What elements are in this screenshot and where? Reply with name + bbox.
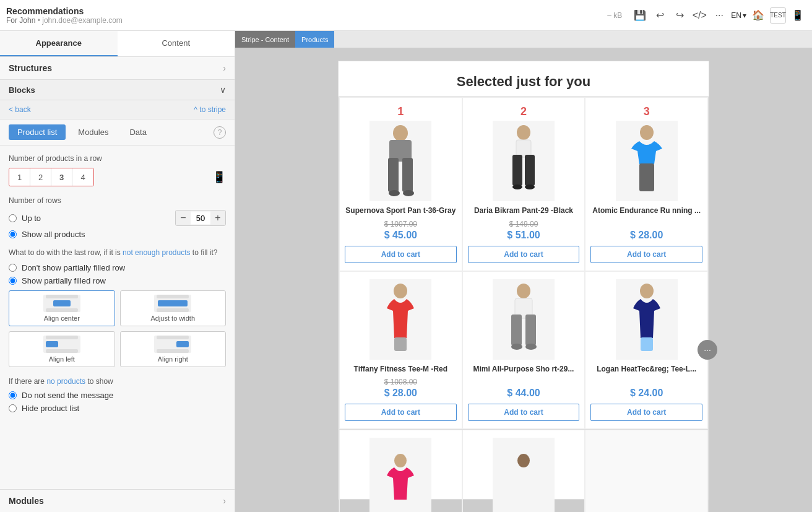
svg-point-5 — [403, 190, 414, 196]
per-row-2[interactable]: 2 — [30, 168, 51, 186]
subtab-modules[interactable]: Modules — [69, 124, 117, 140]
dont-show-row: Don't show partially filled row — [9, 263, 226, 272]
last-row-question: What to do with the last row, if it is n… — [9, 248, 226, 258]
show-partial-radio[interactable] — [9, 277, 17, 285]
stepper-decrement[interactable]: − — [176, 210, 191, 225]
product-cell-9-empty — [585, 430, 708, 512]
product-num-1: 1 — [397, 105, 404, 118]
align-center-visual — [43, 295, 80, 312]
product-cell-2: 2 Daria Bikram Pant-29 -Black — [462, 97, 585, 271]
email-content-area: Selected just for you 1 — [235, 48, 812, 512]
product-img-pants-black — [499, 124, 548, 198]
align-right-option[interactable]: Align right — [120, 331, 227, 367]
align-center-option[interactable]: Align center — [9, 290, 115, 326]
stepper-value[interactable] — [191, 212, 210, 224]
tab-content[interactable]: Content — [118, 31, 235, 56]
product-price-5: $ 44.00 — [507, 388, 540, 399]
product-img-partial-2 — [499, 453, 548, 503]
product-img-tee-navy — [622, 282, 672, 357]
products-tag[interactable]: Products — [295, 31, 334, 48]
help-icon[interactable]: ? — [214, 126, 226, 139]
more-button[interactable]: ··· — [711, 7, 727, 24]
modules-chevron: › — [223, 496, 226, 506]
products-grid: 1 Supernova Spo — [339, 97, 709, 430]
no-products-label: If there are no products to show — [9, 377, 226, 386]
product-img-5 — [493, 279, 555, 360]
do-not-send-radio[interactable] — [9, 391, 17, 399]
home-button[interactable]: 🏠 — [750, 7, 766, 24]
redo-button[interactable]: ↪ — [672, 7, 688, 24]
number-of-rows-setting: Number of rows Up to − + Show all produc… — [9, 196, 226, 239]
top-bar-actions: – kB 💾 ↩ ↪ </> ··· EN ▾ 🏠 TEST 📱 — [607, 7, 806, 24]
per-row-4[interactable]: 4 — [72, 168, 93, 186]
add-to-cart-2[interactable]: Add to cart — [468, 246, 580, 263]
svg-point-16 — [517, 284, 530, 298]
svg-point-14 — [394, 284, 407, 298]
show-all-radio[interactable] — [9, 230, 17, 238]
show-all-label: Show all products — [22, 230, 85, 239]
product-name-3: Atomic Endurance Ru nning ... — [592, 206, 701, 216]
sub-tabs: Product list Modules Data ? — [0, 119, 235, 145]
back-button[interactable]: < back — [9, 105, 31, 114]
add-to-cart-5[interactable]: Add to cart — [468, 404, 580, 421]
svg-point-0 — [393, 125, 408, 141]
per-row-3[interactable]: 3 — [51, 168, 72, 186]
stripe-content-tag[interactable]: Stripe - Content — [235, 31, 295, 48]
code-button[interactable]: </> — [691, 7, 707, 24]
subtab-data[interactable]: Data — [121, 124, 155, 140]
mobile-preview-button[interactable]: 📱 — [790, 7, 806, 24]
add-to-cart-4[interactable]: Add to cart — [345, 404, 457, 421]
email-address: • john.doe@example.com — [38, 16, 123, 25]
stepper-increment[interactable]: + — [210, 210, 225, 225]
product-img-6 — [616, 279, 678, 360]
to-stripe-button[interactable]: ^ to stripe — [194, 105, 226, 114]
product-cell-1: 1 Supernova Spo — [339, 97, 462, 271]
back-nav: < back ^ to stripe — [0, 100, 235, 119]
up-to-radio[interactable] — [9, 214, 17, 222]
panel-content: Number of products in a row 1 2 3 4 📱 Nu… — [0, 145, 235, 489]
blocks-chevron: ∨ — [220, 85, 226, 95]
modules-header[interactable]: Modules › — [0, 490, 235, 512]
subtab-product-list[interactable]: Product list — [9, 124, 66, 140]
product-old-price-1: $ 1007.00 — [384, 220, 417, 228]
svg-point-12 — [640, 125, 654, 140]
align-left-option[interactable]: Align left — [9, 331, 115, 367]
per-row-1[interactable]: 1 — [9, 168, 30, 186]
adjust-width-option[interactable]: Adjust to width — [120, 290, 227, 326]
tab-appearance[interactable]: Appearance — [0, 31, 118, 56]
modules-footer: Modules › — [0, 489, 235, 512]
test-button[interactable]: TEST — [770, 7, 786, 24]
blocks-section[interactable]: Blocks ∨ — [0, 80, 235, 100]
save-icon-button[interactable]: 💾 — [632, 7, 648, 24]
products-per-row-label: Number of products in a row — [9, 154, 226, 163]
structures-section[interactable]: Structures › — [0, 57, 235, 80]
product-cell-6: Logan HeatTec&reg; Tee-L... $0 $ 24.00 A… — [585, 271, 708, 430]
hide-list-row: Hide product list — [9, 404, 226, 413]
undo-button[interactable]: ↩ — [652, 7, 668, 24]
do-not-send-row: Do not send the message — [9, 391, 226, 400]
svg-rect-15 — [394, 337, 407, 351]
align-right-label: Align right — [158, 355, 188, 363]
product-img-partial-1 — [376, 453, 425, 503]
align-right-visual — [154, 336, 191, 353]
mobile-view-icon[interactable]: 📱 — [212, 170, 226, 184]
svg-rect-18 — [511, 315, 522, 345]
svg-point-4 — [389, 190, 400, 196]
hide-list-radio[interactable] — [9, 404, 17, 412]
add-to-cart-1[interactable]: Add to cart — [345, 246, 457, 263]
email-title: Recommendations — [6, 6, 607, 16]
adjust-width-visual — [154, 295, 191, 312]
product-cell-8-partial — [462, 430, 585, 512]
floating-more-button[interactable]: ··· — [698, 340, 717, 360]
product-name-6: Logan HeatTec&reg; Tee-L... — [597, 365, 696, 375]
add-to-cart-6[interactable]: Add to cart — [590, 404, 702, 421]
modules-label: Modules — [9, 496, 44, 506]
svg-rect-13 — [639, 163, 654, 191]
product-cell-7-partial — [339, 430, 462, 512]
product-cell-3: 3 Atomic Endurance Ru nning ... $0 $ 28.… — [585, 97, 708, 271]
language-selector[interactable]: EN ▾ — [731, 11, 746, 20]
product-num-2: 2 — [520, 105, 527, 118]
dont-show-radio[interactable] — [9, 264, 17, 272]
up-to-row: Up to − + — [9, 210, 226, 226]
add-to-cart-3[interactable]: Add to cart — [590, 246, 702, 263]
